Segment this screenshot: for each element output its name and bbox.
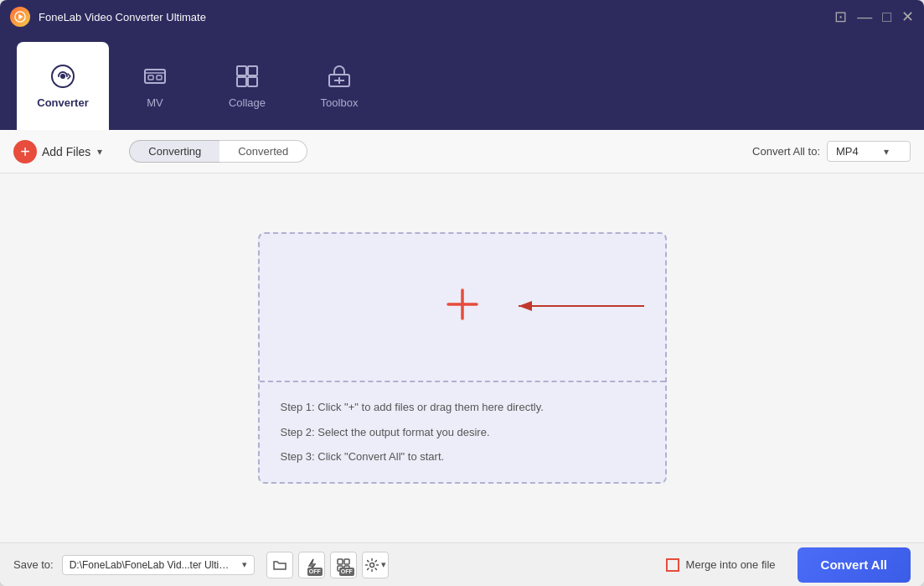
tab-collage-label: Collage bbox=[229, 96, 266, 109]
tab-pill-converting[interactable]: Converting bbox=[129, 140, 219, 163]
add-files-button[interactable]: + Add Files ▾ bbox=[13, 140, 102, 163]
add-files-plus-icon: + bbox=[13, 140, 37, 163]
step-3-text: Step 3: Click "Convert All" to start. bbox=[281, 449, 644, 465]
accelerate-off-badge: OFF bbox=[339, 568, 354, 576]
svg-rect-6 bbox=[157, 75, 162, 80]
save-path-dropdown-arrow: ▾ bbox=[242, 559, 247, 570]
merge-section: Merge into one file bbox=[666, 558, 776, 572]
step-1-text: Step 1: Click "+" to add files or drag t… bbox=[281, 399, 644, 416]
save-to-label: Save to: bbox=[13, 558, 54, 571]
svg-rect-7 bbox=[237, 66, 246, 75]
format-value: MP4 bbox=[836, 145, 859, 158]
settings-dropdown-arrow: ▾ bbox=[381, 559, 386, 570]
maximize-button[interactable]: □ bbox=[882, 8, 891, 26]
tab-mv-label: MV bbox=[147, 96, 163, 109]
bottom-icons: OFF OFF ▾ bbox=[266, 552, 389, 578]
tab-converter-label: Converter bbox=[37, 96, 88, 109]
turbo-icon-button[interactable]: OFF bbox=[298, 552, 325, 578]
svg-rect-9 bbox=[237, 77, 246, 86]
accelerate-icon-button[interactable]: OFF bbox=[330, 552, 357, 578]
caption-button[interactable]: ⊡ bbox=[834, 8, 847, 26]
nav-area: Converter MV Collage bbox=[0, 34, 924, 130]
svg-point-3 bbox=[60, 74, 65, 79]
minimize-button[interactable]: — bbox=[857, 8, 872, 26]
svg-marker-1 bbox=[18, 14, 23, 20]
format-dropdown-arrow: ▾ bbox=[884, 146, 889, 158]
svg-rect-5 bbox=[148, 75, 153, 80]
app-logo bbox=[10, 7, 30, 27]
format-select[interactable]: MP4 ▾ bbox=[827, 141, 911, 162]
drop-zone[interactable]: Step 1: Click "+" to add files or drag t… bbox=[258, 232, 667, 484]
app-title: FoneLab Video Converter Ultimate bbox=[39, 11, 834, 23]
settings-icon-button[interactable]: ▾ bbox=[362, 552, 389, 578]
drop-zone-plus-icon bbox=[441, 283, 483, 332]
tab-collage[interactable]: Collage bbox=[201, 42, 293, 130]
tab-pill-converted[interactable]: Converted bbox=[219, 140, 307, 163]
step-2-text: Step 2: Select the output format you des… bbox=[281, 424, 644, 441]
merge-checkbox[interactable] bbox=[666, 558, 679, 572]
convert-all-to-label: Convert All to: bbox=[752, 145, 820, 158]
svg-rect-19 bbox=[344, 559, 349, 564]
arrow-indicator bbox=[514, 293, 648, 322]
convert-all-button[interactable]: Convert All bbox=[798, 547, 911, 583]
main-content: Step 1: Click "+" to add files or drag t… bbox=[0, 174, 924, 542]
tab-pills: Converting Converted bbox=[129, 140, 307, 163]
bottom-bar: Save to: D:\FoneLab\FoneLab Vid...ter Ul… bbox=[0, 542, 924, 586]
window-controls: ⊡ — □ ✕ bbox=[834, 8, 914, 26]
add-files-label: Add Files bbox=[42, 145, 90, 158]
convert-all-to: Convert All to: MP4 ▾ bbox=[752, 141, 911, 162]
title-bar: FoneLab Video Converter Ultimate ⊡ — □ ✕ bbox=[0, 0, 924, 34]
svg-point-22 bbox=[369, 563, 374, 567]
svg-rect-10 bbox=[248, 77, 257, 86]
drop-zone-lower: Step 1: Click "+" to add files or drag t… bbox=[260, 382, 665, 482]
tab-toolbox[interactable]: Toolbox bbox=[293, 42, 385, 130]
merge-label: Merge into one file bbox=[686, 558, 776, 571]
toolbar: + Add Files ▾ Converting Converted Conve… bbox=[0, 130, 924, 174]
save-to-path[interactable]: D:\FoneLab\FoneLab Vid...ter Ultimate\Co… bbox=[62, 555, 255, 575]
main-window: FoneLab Video Converter Ultimate ⊡ — □ ✕… bbox=[0, 0, 924, 586]
drop-zone-upper bbox=[260, 234, 665, 381]
save-path-text: D:\FoneLab\FoneLab Vid...ter Ultimate\Co… bbox=[70, 559, 237, 571]
add-files-dropdown-arrow: ▾ bbox=[97, 146, 102, 158]
svg-rect-18 bbox=[338, 559, 343, 564]
tab-toolbox-label: Toolbox bbox=[321, 96, 359, 109]
turbo-off-badge: OFF bbox=[307, 568, 323, 576]
svg-rect-8 bbox=[248, 66, 257, 75]
close-button[interactable]: ✕ bbox=[901, 8, 914, 26]
tab-converter[interactable]: Converter bbox=[17, 42, 109, 130]
tab-mv[interactable]: MV bbox=[109, 42, 201, 130]
folder-icon-button[interactable] bbox=[266, 552, 293, 578]
